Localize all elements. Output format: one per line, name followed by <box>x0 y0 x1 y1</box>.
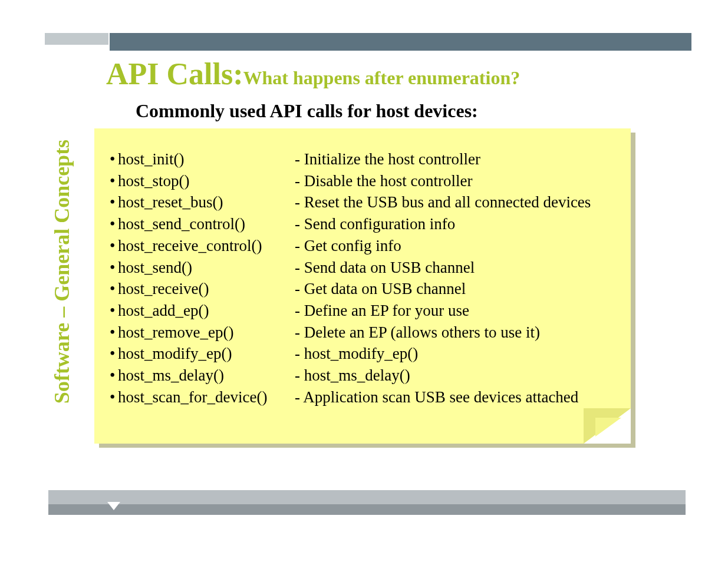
api-description: - Get data on USB channel <box>295 278 615 300</box>
bullet-icon: • <box>110 322 118 343</box>
bullet-icon: • <box>110 386 118 408</box>
api-row: •host_remove_ep()- Delete an EP (allows … <box>110 322 615 343</box>
note-panel: •host_init()- Initialize the host contro… <box>94 128 631 444</box>
bullet-icon: • <box>110 257 118 279</box>
bullet-icon: • <box>110 213 118 235</box>
bullet-icon: • <box>110 170 118 192</box>
api-description: - Define an EP for your use <box>295 300 615 322</box>
api-description: - host_ms_delay() <box>295 365 615 386</box>
api-function-name: host_send_control() <box>118 213 295 235</box>
api-description: - Reset the USB bus and all connected de… <box>295 191 615 213</box>
api-row: •host_scan_for_device()- Application sca… <box>110 386 615 408</box>
api-function-name: host_send() <box>118 257 295 279</box>
api-row: •host_ms_delay()- host_ms_delay() <box>110 365 615 386</box>
bottom-bar-dark <box>48 504 686 515</box>
title-subquestion: What happens after enumeration? <box>243 67 521 88</box>
api-row: •host_send_control()- Send configuration… <box>110 213 615 235</box>
api-row: •host_add_ep()- Define an EP for your us… <box>110 300 615 322</box>
title-main: API Calls: <box>106 57 243 91</box>
api-description: - Application scan USB see devices attac… <box>295 386 615 408</box>
api-row: •host_send()- Send data on USB channel <box>110 257 615 279</box>
api-row: •host_stop()- Disable the host controlle… <box>110 170 615 192</box>
api-function-name: host_remove_ep() <box>118 322 295 343</box>
api-function-name: host_scan_for_device() <box>118 386 295 408</box>
bullet-icon: • <box>110 235 118 257</box>
api-row: •host_reset_bus()- Reset the USB bus and… <box>110 191 615 213</box>
bullet-icon: • <box>110 343 118 365</box>
top-bar <box>110 33 691 51</box>
api-row: •host_modify_ep()- host_modify_ep() <box>110 343 615 365</box>
page-curl-icon <box>595 418 621 437</box>
api-description: - host_modify_ep() <box>295 343 615 365</box>
api-function-name: host_init() <box>118 148 295 170</box>
api-function-name: host_add_ep() <box>118 300 295 322</box>
api-description: - Disable the host controller <box>295 170 615 192</box>
api-row: •host_receive()- Get data on USB channel <box>110 278 615 300</box>
api-row: •host_receive_control()- Get config info <box>110 235 615 257</box>
api-description: - Initialize the host controller <box>295 148 615 170</box>
api-function-name: host_reset_bus() <box>118 191 295 213</box>
api-function-name: host_modify_ep() <box>118 343 295 365</box>
api-function-name: host_receive() <box>118 278 295 300</box>
vertical-section-label: Software – General Concepts <box>50 140 74 404</box>
api-function-name: host_stop() <box>118 170 295 192</box>
bullet-icon: • <box>110 365 118 386</box>
bottom-bar-light <box>48 490 686 505</box>
api-description: - Send data on USB channel <box>295 257 615 279</box>
bullet-icon: • <box>110 300 118 322</box>
api-row: •host_init()- Initialize the host contro… <box>110 148 615 170</box>
api-function-name: host_receive_control() <box>118 235 295 257</box>
api-description: - Get config info <box>295 235 615 257</box>
top-bar-stub <box>45 33 108 45</box>
subheading: Commonly used API calls for host devices… <box>136 100 478 122</box>
slide-title: API Calls:What happens after enumeration… <box>106 57 681 91</box>
api-description: - Send configuration info <box>295 213 615 235</box>
api-function-name: host_ms_delay() <box>118 365 295 386</box>
api-description: - Delete an EP (allows others to use it) <box>295 322 615 343</box>
api-list: •host_init()- Initialize the host contro… <box>110 148 615 408</box>
bullet-icon: • <box>110 148 118 170</box>
bullet-icon: • <box>110 278 118 300</box>
bullet-icon: • <box>110 191 118 213</box>
